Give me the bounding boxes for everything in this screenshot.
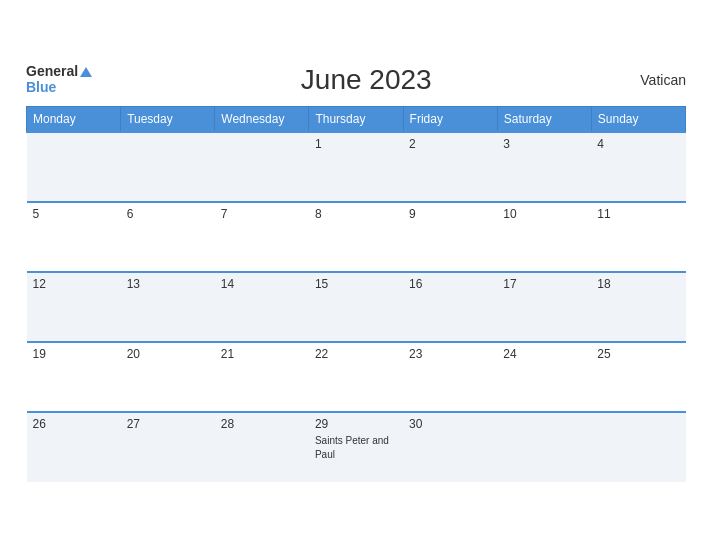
calendar-cell: 28 xyxy=(215,412,309,482)
calendar-table: Monday Tuesday Wednesday Thursday Friday… xyxy=(26,106,686,482)
calendar-cell xyxy=(591,412,685,482)
calendar-cell: 18 xyxy=(591,272,685,342)
region-label: Vatican xyxy=(640,72,686,88)
calendar-cell xyxy=(497,412,591,482)
header-thursday: Thursday xyxy=(309,106,403,132)
calendar-cell: 19 xyxy=(27,342,121,412)
day-number: 17 xyxy=(503,277,585,291)
day-number: 25 xyxy=(597,347,679,361)
calendar-cell: 29Saints Peter and Paul xyxy=(309,412,403,482)
day-number: 24 xyxy=(503,347,585,361)
day-number: 11 xyxy=(597,207,679,221)
logo-general: General xyxy=(26,64,92,79)
weekday-header-row: Monday Tuesday Wednesday Thursday Friday… xyxy=(27,106,686,132)
day-number: 20 xyxy=(127,347,209,361)
calendar-cell xyxy=(121,132,215,202)
calendar-cell: 11 xyxy=(591,202,685,272)
logo: General Blue xyxy=(26,64,92,95)
day-number: 16 xyxy=(409,277,491,291)
header-sunday: Sunday xyxy=(591,106,685,132)
day-number: 13 xyxy=(127,277,209,291)
day-number: 3 xyxy=(503,137,585,151)
calendar-cell: 10 xyxy=(497,202,591,272)
calendar-cell: 25 xyxy=(591,342,685,412)
event-text: Saints Peter and Paul xyxy=(315,435,389,460)
header-saturday: Saturday xyxy=(497,106,591,132)
day-number: 26 xyxy=(33,417,115,431)
calendar-body: 1234567891011121314151617181920212223242… xyxy=(27,132,686,482)
calendar-cell: 13 xyxy=(121,272,215,342)
calendar-cell: 9 xyxy=(403,202,497,272)
header-monday: Monday xyxy=(27,106,121,132)
calendar-cell: 12 xyxy=(27,272,121,342)
day-number: 29 xyxy=(315,417,397,431)
calendar-cell: 1 xyxy=(309,132,403,202)
day-number: 9 xyxy=(409,207,491,221)
logo-blue-text: Blue xyxy=(26,80,92,95)
calendar-cell: 6 xyxy=(121,202,215,272)
calendar-container: General Blue June 2023 Vatican Monday Tu… xyxy=(11,54,701,497)
calendar-cell: 14 xyxy=(215,272,309,342)
day-number: 28 xyxy=(221,417,303,431)
header-friday: Friday xyxy=(403,106,497,132)
day-number: 12 xyxy=(33,277,115,291)
day-number: 2 xyxy=(409,137,491,151)
day-number: 30 xyxy=(409,417,491,431)
header-tuesday: Tuesday xyxy=(121,106,215,132)
calendar-cell: 16 xyxy=(403,272,497,342)
calendar-cell: 22 xyxy=(309,342,403,412)
calendar-cell: 24 xyxy=(497,342,591,412)
calendar-cell: 15 xyxy=(309,272,403,342)
day-number: 19 xyxy=(33,347,115,361)
calendar-week-row: 567891011 xyxy=(27,202,686,272)
day-number: 5 xyxy=(33,207,115,221)
calendar-cell: 8 xyxy=(309,202,403,272)
day-number: 14 xyxy=(221,277,303,291)
calendar-cell: 21 xyxy=(215,342,309,412)
day-number: 27 xyxy=(127,417,209,431)
calendar-cell: 30 xyxy=(403,412,497,482)
day-number: 18 xyxy=(597,277,679,291)
day-number: 6 xyxy=(127,207,209,221)
calendar-week-row: 12131415161718 xyxy=(27,272,686,342)
day-number: 22 xyxy=(315,347,397,361)
calendar-cell xyxy=(27,132,121,202)
calendar-week-row: 19202122232425 xyxy=(27,342,686,412)
calendar-cell: 23 xyxy=(403,342,497,412)
day-number: 15 xyxy=(315,277,397,291)
calendar-cell: 20 xyxy=(121,342,215,412)
calendar-cell xyxy=(215,132,309,202)
calendar-header: General Blue June 2023 Vatican xyxy=(26,64,686,96)
day-number: 10 xyxy=(503,207,585,221)
calendar-cell: 5 xyxy=(27,202,121,272)
header-wednesday: Wednesday xyxy=(215,106,309,132)
day-number: 8 xyxy=(315,207,397,221)
calendar-thead: Monday Tuesday Wednesday Thursday Friday… xyxy=(27,106,686,132)
calendar-cell: 4 xyxy=(591,132,685,202)
calendar-week-row: 1234 xyxy=(27,132,686,202)
calendar-cell: 26 xyxy=(27,412,121,482)
logo-general-text: General xyxy=(26,64,78,79)
day-number: 21 xyxy=(221,347,303,361)
calendar-week-row: 26272829Saints Peter and Paul30 xyxy=(27,412,686,482)
calendar-cell: 17 xyxy=(497,272,591,342)
day-number: 7 xyxy=(221,207,303,221)
calendar-cell: 3 xyxy=(497,132,591,202)
day-number: 23 xyxy=(409,347,491,361)
calendar-cell: 7 xyxy=(215,202,309,272)
calendar-cell: 2 xyxy=(403,132,497,202)
logo-triangle-icon xyxy=(80,67,92,77)
calendar-cell: 27 xyxy=(121,412,215,482)
day-number: 1 xyxy=(315,137,397,151)
day-number: 4 xyxy=(597,137,679,151)
month-title: June 2023 xyxy=(301,64,432,96)
